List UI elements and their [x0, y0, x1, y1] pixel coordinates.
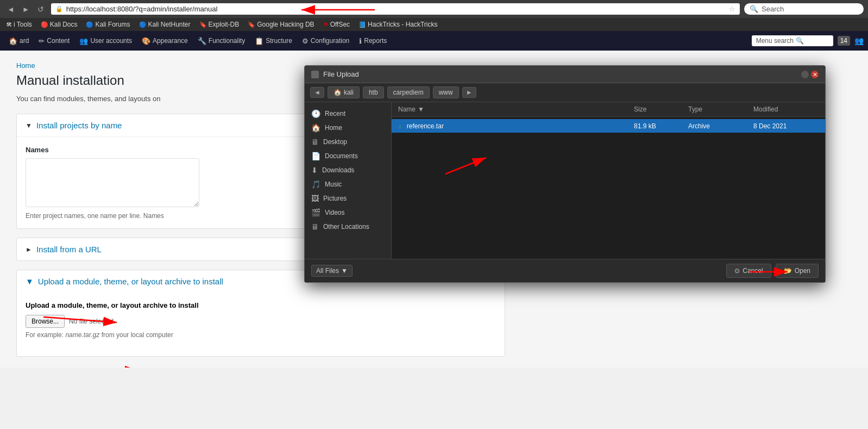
music-icon: 🎵 — [311, 180, 320, 189]
cancel-label: Cancel — [743, 267, 763, 275]
dialog-forward-button[interactable]: ► — [462, 87, 476, 98]
downloads-icon: ⬇ — [311, 166, 318, 175]
sidebar-item-music[interactable]: 🎵 Music — [305, 177, 391, 191]
sidebar-item-recent[interactable]: 🕐 Recent — [305, 107, 391, 121]
file-upload-dialog: File Upload ✕ ◄ 🏠 kali htb carpediem www — [304, 65, 826, 283]
file-type-cell: Archive — [688, 122, 753, 130]
home-icon: 🏠 — [311, 123, 320, 132]
sidebar-item-videos[interactable]: 🎬 Videos — [305, 206, 391, 220]
dropdown-icon: ▼ — [341, 267, 348, 275]
dialog-sidebar: 🕐 Recent 🏠 Home 🖥 Desktop 📄 Documents ⬇ — [305, 102, 392, 259]
www-label: www — [439, 89, 453, 96]
file-name-text: reference.tar — [407, 122, 444, 130]
dialog-cancel-button[interactable]: ⊙ Cancel — [726, 264, 771, 278]
file-size-cell: 81.9 kB — [634, 122, 688, 130]
dialog-window-icon — [311, 71, 319, 78]
dialog-htb-location[interactable]: htb — [363, 86, 384, 98]
sidebar-music-label: Music — [325, 181, 342, 188]
sidebar-item-downloads[interactable]: ⬇ Downloads — [305, 163, 391, 177]
col-type-header: Type — [688, 105, 753, 113]
sidebar-pictures-label: Pictures — [323, 195, 347, 202]
col-modified-header: Modified — [753, 105, 819, 113]
cancel-circle-icon: ⊙ — [734, 267, 740, 275]
sidebar-item-desktop[interactable]: 🖥 Desktop — [305, 135, 391, 149]
dialog-main-panel: Name ▼ Size Type Modified ↓ reference.ta… — [392, 102, 825, 259]
dialog-www-location[interactable]: www — [433, 86, 459, 98]
dialog-overlay: File Upload ✕ ◄ 🏠 kali htb carpediem www — [0, 0, 868, 368]
dialog-nav-bar: ◄ 🏠 kali htb carpediem www ► — [305, 83, 825, 102]
dialog-action-buttons: ⊙ Cancel 📂 Open — [726, 264, 819, 278]
file-type-label: All Files — [316, 267, 339, 275]
dialog-file-list: ↓ reference.tar 81.9 kB Archive 8 Dec 20… — [392, 117, 825, 259]
dialog-table-header: Name ▼ Size Type Modified — [392, 102, 825, 117]
other-locations-icon: 🖥 — [311, 222, 319, 231]
sidebar-home-label: Home — [325, 124, 342, 132]
sidebar-item-home[interactable]: 🏠 Home — [305, 121, 391, 135]
carpediem-label: carpediem — [393, 89, 424, 96]
sidebar-videos-label: Videos — [325, 209, 344, 216]
dialog-body: 🕐 Recent 🏠 Home 🖥 Desktop 📄 Documents ⬇ — [305, 102, 825, 259]
open-label: Open — [795, 267, 810, 275]
sidebar-downloads-label: Downloads — [322, 166, 354, 174]
location-kali-label: kali — [344, 89, 354, 96]
dialog-carpediem-location[interactable]: carpediem — [387, 86, 430, 98]
home-icon: 🏠 — [334, 89, 342, 96]
sidebar-item-pictures[interactable]: 🖼 Pictures — [305, 191, 391, 206]
documents-icon: 📄 — [311, 152, 320, 160]
sidebar-recent-label: Recent — [325, 110, 345, 117]
pictures-icon: 🖼 — [311, 194, 319, 203]
file-row-reference-tar[interactable]: ↓ reference.tar 81.9 kB Archive 8 Dec 20… — [392, 119, 825, 133]
col-size-header: Size — [634, 105, 688, 113]
sort-arrow-icon: ▼ — [418, 105, 424, 113]
dialog-bottom-bar: All Files ▼ ⊙ Cancel 📂 Open — [305, 259, 825, 282]
recent-icon: 🕐 — [311, 109, 320, 118]
open-icon: 📂 — [784, 267, 792, 275]
dialog-close-button[interactable]: ✕ — [811, 71, 819, 78]
videos-icon: 🎬 — [311, 208, 320, 217]
sidebar-other-label: Other Locations — [323, 223, 369, 231]
dialog-open-button[interactable]: 📂 Open — [776, 264, 819, 278]
file-modified-cell: 8 Dec 2021 — [753, 122, 819, 130]
dialog-title: File Upload — [323, 70, 359, 78]
sidebar-item-documents[interactable]: 📄 Documents — [305, 149, 391, 163]
sidebar-desktop-label: Desktop — [323, 138, 347, 146]
htb-label: htb — [369, 89, 378, 96]
sidebar-documents-label: Documents — [325, 152, 358, 160]
file-type-select[interactable]: All Files ▼ — [311, 265, 353, 277]
col-name-header: Name ▼ — [398, 105, 634, 113]
sidebar-item-other-locations[interactable]: 🖥 Other Locations — [305, 220, 391, 234]
file-name-cell: ↓ reference.tar — [398, 122, 634, 130]
dialog-home-location[interactable]: 🏠 kali — [328, 86, 360, 98]
dialog-back-button[interactable]: ◄ — [310, 87, 324, 98]
dialog-titlebar: File Upload ✕ — [305, 66, 825, 83]
archive-file-icon: ↓ — [398, 122, 402, 130]
dialog-minimize-button[interactable] — [801, 71, 809, 78]
desktop-icon: 🖥 — [311, 138, 319, 146]
dialog-titlebar-right: ✕ — [801, 71, 819, 78]
dialog-titlebar-left: File Upload — [311, 70, 359, 78]
